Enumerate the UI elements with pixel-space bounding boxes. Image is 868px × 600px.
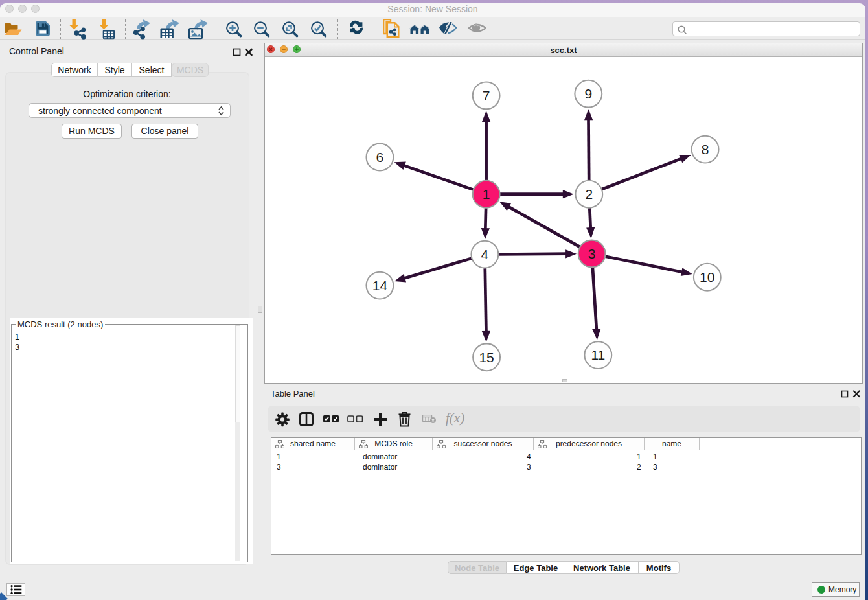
svg-text:11: 11 — [591, 347, 605, 362]
svg-text:1: 1 — [483, 187, 490, 202]
svg-text:6: 6 — [376, 150, 384, 165]
svg-text:3: 3 — [588, 246, 596, 261]
svg-text:4: 4 — [481, 247, 489, 262]
svg-text:8: 8 — [702, 142, 709, 157]
svg-text:10: 10 — [700, 270, 714, 284]
svg-text:9: 9 — [584, 86, 592, 101]
svg-text:14: 14 — [372, 278, 388, 293]
svg-text:7: 7 — [483, 88, 490, 103]
svg-text:15: 15 — [479, 350, 494, 365]
svg-text:2: 2 — [585, 187, 593, 202]
